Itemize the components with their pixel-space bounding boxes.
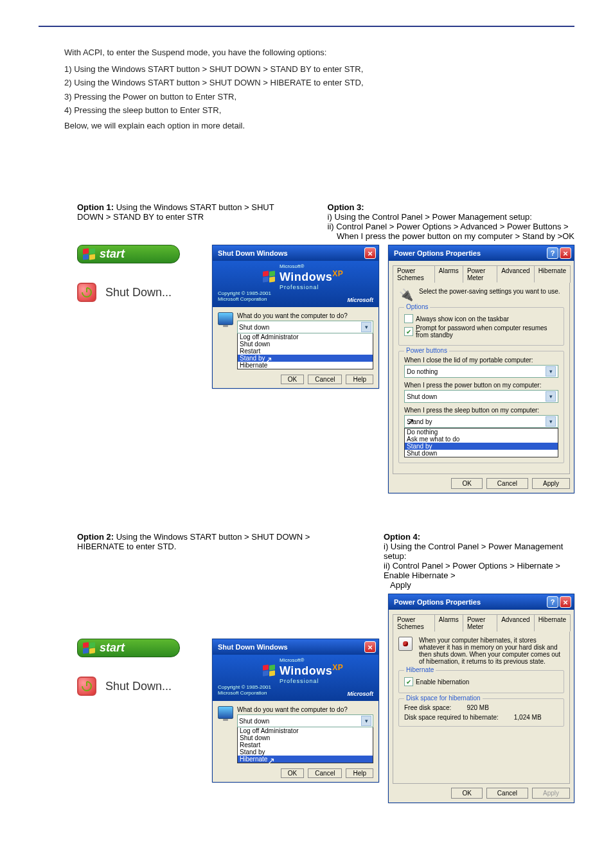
sleep-button-select[interactable]: Stand by▾: [404, 415, 558, 428]
ok-button[interactable]: OK: [281, 768, 304, 778]
hibernate-icon: [398, 637, 413, 651]
tab-alarms[interactable]: Alarms: [434, 265, 463, 283]
tab-hibernate[interactable]: Hibernate: [534, 265, 571, 283]
action-combo[interactable]: Shut down ▾: [237, 714, 373, 727]
power-options-advanced-dialog: Power Options Properties ? × Power Schem…: [388, 245, 574, 493]
cancel-button[interactable]: Cancel: [308, 375, 342, 384]
help-button[interactable]: Help: [346, 768, 373, 778]
start-button[interactable]: start: [77, 245, 180, 263]
cancel-button[interactable]: Cancel: [486, 478, 528, 489]
apply-button[interactable]: Apply: [532, 478, 570, 489]
apply-button[interactable]: Apply: [532, 788, 570, 799]
option1-text: Option 1: Using the Windows START button…: [77, 202, 298, 241]
action-dropdown[interactable]: Log off Administrator Shut down Restart …: [237, 333, 373, 369]
sleep-button-label: When I press the sleep button on my comp…: [404, 407, 558, 414]
question-label: What do you want the computer to do?: [237, 706, 373, 713]
power-button-select[interactable]: Shut down▾: [404, 390, 558, 403]
shutdown-menu-item[interactable]: Shut Down...: [77, 677, 180, 696]
ok-button[interactable]: OK: [451, 788, 482, 799]
close-icon[interactable]: ×: [364, 641, 376, 653]
power-buttons-legend: Power buttons: [404, 347, 449, 354]
intro-text: With ACPI, to enter the Suspend mode, yo…: [64, 46, 549, 132]
banner: Microsoft® WindowsXP Professional Copyri…: [213, 655, 378, 701]
windows-flag-icon: [263, 271, 276, 283]
power-button-label: When I press the power button on my comp…: [404, 382, 558, 389]
titlebar: Shut Down Windows ×: [213, 245, 378, 261]
banner: Microsoft® WindowsXP Professional Copyri…: [213, 261, 378, 307]
tab-alarms[interactable]: Alarms: [434, 614, 463, 632]
plug-icon: 🔌: [398, 288, 414, 302]
disk-space-legend: Disk space for hibernation: [404, 695, 483, 702]
action-dropdown[interactable]: Log off Administrator Shut down Restart …: [237, 727, 373, 763]
chevron-down-icon: ▾: [546, 416, 556, 427]
instruction-text: Select the power-saving settings you wan…: [419, 288, 560, 295]
shutdown-menu-item[interactable]: Shut Down...: [77, 283, 180, 302]
action-combo[interactable]: Shut down ▾: [237, 321, 373, 333]
help-button[interactable]: Help: [346, 375, 373, 384]
tab-power-meter[interactable]: Power Meter: [463, 265, 497, 283]
chevron-down-icon: ▾: [361, 716, 371, 726]
sleep-button-dropdown[interactable]: Do nothing Ask me what to do Stand by Sh…: [404, 428, 558, 457]
tab-power-schemes[interactable]: Power Schemes: [393, 614, 435, 632]
help-icon[interactable]: ?: [547, 247, 558, 259]
free-disk-row: Free disk space:920 MB: [404, 704, 558, 711]
windows-flag-icon: [83, 249, 96, 260]
titlebar: Power Options Properties ? ×: [389, 594, 574, 610]
titlebar: Shut Down Windows ×: [213, 639, 378, 655]
ok-button[interactable]: OK: [281, 375, 304, 384]
cancel-button[interactable]: Cancel: [308, 768, 342, 778]
enable-hibernation-checkbox[interactable]: ✔Enable hibernation: [404, 677, 558, 686]
tab-power-meter[interactable]: Power Meter: [463, 614, 497, 632]
tabstrip: Power Schemes Alarms Power Meter Advance…: [393, 614, 570, 632]
chevron-down-icon: ▾: [546, 366, 556, 376]
tabstrip: Power Schemes Alarms Power Meter Advance…: [393, 265, 570, 283]
tab-advanced[interactable]: Advanced: [497, 265, 534, 283]
monitor-icon: [218, 312, 233, 325]
titlebar: Power Options Properties ? ×: [389, 245, 574, 261]
monitor-icon: [218, 706, 233, 719]
close-icon[interactable]: ×: [560, 596, 571, 608]
required-disk-row: Disk space required to hibernate:1,024 M…: [404, 714, 558, 721]
close-icon[interactable]: ×: [364, 247, 376, 259]
lid-select[interactable]: Do nothing▾: [404, 365, 558, 378]
question-label: What do you want the computer to do?: [237, 312, 373, 319]
chevron-down-icon: ▾: [546, 391, 556, 402]
help-icon[interactable]: ?: [547, 596, 558, 608]
shutdown-dialog-hibernate: Shut Down Windows × Microsoft® WindowsXP…: [212, 639, 379, 783]
ok-button[interactable]: OK: [451, 478, 482, 489]
password-checkbox[interactable]: ✔Prompt for password when computer resum…: [404, 324, 558, 339]
power-icon: [77, 677, 96, 696]
windows-flag-icon: [83, 642, 96, 654]
power-options-hibernate-dialog: Power Options Properties ? × Power Schem…: [388, 594, 574, 803]
tab-hibernate[interactable]: Hibernate: [534, 614, 571, 632]
lid-label: When I close the lid of my portable comp…: [404, 357, 558, 364]
start-button[interactable]: start: [77, 639, 180, 657]
cancel-button[interactable]: Cancel: [486, 788, 528, 799]
shutdown-dialog-standby: Shut Down Windows × Microsoft® WindowsXP…: [212, 245, 379, 389]
option2-text: Option 2: Using the Windows START button…: [77, 532, 353, 590]
option3-text: Option 3: i) Using the Control Panel > P…: [328, 202, 574, 241]
tab-advanced[interactable]: Advanced: [497, 614, 534, 632]
tab-power-schemes[interactable]: Power Schemes: [393, 265, 435, 283]
option4-text: Option 4: i) Using the Control Panel > P…: [384, 532, 574, 590]
instruction-text: When your computer hibernates, it stores…: [419, 637, 564, 665]
chevron-down-icon: ▾: [361, 322, 371, 332]
close-icon[interactable]: ×: [560, 247, 571, 259]
options-legend: Options: [404, 303, 430, 310]
hibernate-legend: Hibernate: [404, 666, 436, 673]
taskbar-checkbox[interactable]: Always show icon on the taskbar: [404, 314, 558, 323]
power-icon: [77, 283, 96, 302]
windows-flag-icon: [263, 665, 276, 677]
